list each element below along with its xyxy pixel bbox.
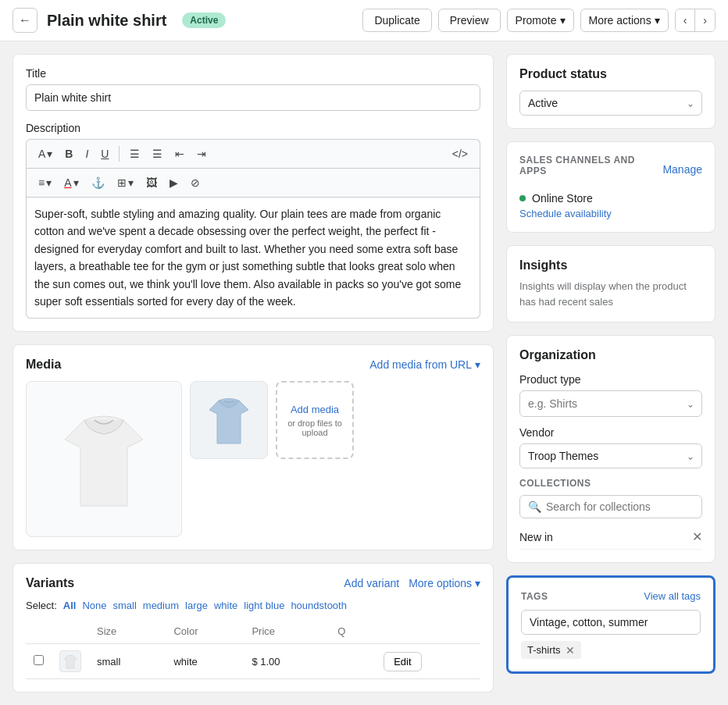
page-title: Plain white shirt xyxy=(47,12,166,30)
toolbar-video-button[interactable]: ▶ xyxy=(164,173,184,192)
left-column: Title Description A ▾ B I U ☰ ☰ xyxy=(12,54,494,693)
shirt-svg-large xyxy=(41,397,166,522)
media-header: Media Add media from URL ▾ xyxy=(26,358,480,372)
font-dropdown-icon: ▾ xyxy=(47,148,52,160)
row-color: white xyxy=(166,644,244,679)
toolbar-italic-button[interactable]: I xyxy=(80,144,94,163)
table-dropdown-icon: ▾ xyxy=(128,176,134,189)
title-label: Title xyxy=(26,67,480,80)
align-icon: ≡ xyxy=(38,176,45,189)
text-color-icon: A xyxy=(64,176,71,189)
view-all-tags-link[interactable]: View all tags xyxy=(644,590,701,602)
tags-input[interactable] xyxy=(521,610,701,635)
filter-medium[interactable]: medium xyxy=(143,600,179,611)
media-item-1[interactable] xyxy=(26,381,182,537)
filter-small[interactable]: small xyxy=(112,600,136,611)
status-select[interactable]: Active Draft Archived xyxy=(519,91,702,116)
filter-all[interactable]: All xyxy=(63,600,77,611)
media-item-2[interactable] xyxy=(190,381,268,459)
more-actions-dropdown-icon: ▾ xyxy=(655,14,660,27)
vendor-select-wrapper: Troop Themes xyxy=(519,443,702,468)
remove-tag-button[interactable]: ✕ xyxy=(566,645,575,656)
add-variant-link[interactable]: Add variant xyxy=(344,577,399,589)
row-price: $ 1.00 xyxy=(244,644,330,679)
toolbar-image-button[interactable]: 🖼 xyxy=(141,173,162,192)
product-status-card: Product status Active Draft Archived xyxy=(506,54,716,129)
channels-title: SALES CHANNELS AND APPS xyxy=(519,155,662,176)
nav-prev-button[interactable]: ‹ xyxy=(676,9,696,31)
toolbar-underline-button[interactable]: U xyxy=(95,144,114,163)
toolbar-indent-out-button[interactable]: ⇤ xyxy=(170,144,190,163)
filter-houndstooth[interactable]: houndstooth xyxy=(291,600,347,611)
image-icon: 🖼 xyxy=(146,176,157,189)
font-icon: A xyxy=(38,148,45,160)
indent-in-icon: ⇥ xyxy=(197,148,206,160)
collections-search-box: 🔍 xyxy=(519,495,702,518)
preview-button[interactable]: Preview xyxy=(438,9,501,32)
product-type-input[interactable] xyxy=(519,390,702,417)
title-input[interactable] xyxy=(26,84,480,111)
organization-title: Organization xyxy=(519,348,702,362)
header: ← Plain white shirt Active Duplicate Pre… xyxy=(0,0,728,41)
toolbar-code-button[interactable]: </> xyxy=(447,144,473,163)
color-dropdown-icon: ▾ xyxy=(73,176,79,189)
add-media-sublabel: or drop files to upload xyxy=(277,418,352,437)
toolbar-link-button[interactable]: ⚓ xyxy=(86,173,110,192)
variant-actions: Add variant More options ▾ xyxy=(344,577,480,589)
channels-header: SALES CHANNELS AND APPS Manage xyxy=(519,155,702,184)
align-dropdown-icon: ▾ xyxy=(46,176,52,189)
remove-collection-button[interactable]: ✕ xyxy=(692,529,702,544)
description-toolbar-row2: ≡ ▾ A ▾ ⚓ ⊞ ▾ 🖼 ▶ xyxy=(26,168,480,198)
col-color: Color xyxy=(166,619,244,644)
filter-large[interactable]: large xyxy=(185,600,208,611)
collections-search-input[interactable] xyxy=(546,500,694,513)
more-icon: ⊘ xyxy=(191,176,200,189)
back-button[interactable]: ← xyxy=(12,8,37,33)
table-icon: ⊞ xyxy=(117,176,127,189)
toolbar-table-button[interactable]: ⊞ ▾ xyxy=(112,173,139,192)
toolbar-more-button[interactable]: ⊘ xyxy=(185,173,205,192)
manage-link[interactable]: Manage xyxy=(662,163,702,176)
toolbar-ul-button[interactable]: ☰ xyxy=(124,144,145,163)
row-shirt-icon xyxy=(62,653,79,670)
toolbar-color-button[interactable]: A ▾ xyxy=(59,173,84,192)
vendor-select[interactable]: Troop Themes xyxy=(519,443,702,468)
tags-list: T-shirts ✕ xyxy=(521,641,701,659)
row-edit-button[interactable]: Edit xyxy=(384,652,421,671)
add-media-box[interactable]: Add media or drop files to upload xyxy=(276,381,354,459)
toolbar-ol-button[interactable]: ☰ xyxy=(147,144,168,163)
filter-light-blue[interactable]: light blue xyxy=(244,600,284,611)
description-text[interactable]: Super-soft, subtle styling and amazing q… xyxy=(26,198,480,319)
description-label: Description xyxy=(26,122,480,134)
toolbar-bold-button[interactable]: B xyxy=(59,144,78,163)
col-size: Size xyxy=(89,619,166,644)
more-actions-button[interactable]: More actions ▾ xyxy=(580,9,669,32)
vendor-label: Vendor xyxy=(519,426,702,439)
toolbar-indent-in-button[interactable]: ⇥ xyxy=(191,144,212,163)
sales-channels-card: SALES CHANNELS AND APPS Manage Online St… xyxy=(506,141,716,233)
collections-title: COLLECTIONS xyxy=(519,478,702,489)
nav-next-button[interactable]: › xyxy=(695,9,715,31)
add-media-url-link[interactable]: Add media from URL ▾ xyxy=(369,358,480,371)
col-thumb xyxy=(52,619,89,644)
product-type-select-wrapper xyxy=(519,390,702,417)
insights-card: Insights Insights will display when the … xyxy=(506,245,716,322)
toolbar-font-button[interactable]: A ▾ xyxy=(33,144,58,163)
filter-none[interactable]: None xyxy=(82,600,106,611)
variants-header: Variants Add variant More options ▾ xyxy=(26,576,480,590)
ordered-list-icon: ☰ xyxy=(152,148,162,160)
row-thumbnail xyxy=(59,650,81,672)
channel-row: Online Store xyxy=(519,192,702,205)
toolbar-align-button[interactable]: ≡ ▾ xyxy=(33,173,57,192)
tag-item: T-shirts ✕ xyxy=(521,641,581,659)
duplicate-button[interactable]: Duplicate xyxy=(362,9,431,32)
tags-card: TAGS View all tags T-shirts ✕ xyxy=(506,575,716,674)
tags-title: TAGS xyxy=(521,591,548,602)
promote-button[interactable]: Promote ▾ xyxy=(507,9,574,32)
more-options-link[interactable]: More options ▾ xyxy=(409,577,480,589)
row-checkbox[interactable] xyxy=(34,655,44,665)
collection-item: New in ✕ xyxy=(519,525,702,550)
filter-white[interactable]: white xyxy=(214,600,237,611)
schedule-link[interactable]: Schedule availability xyxy=(519,208,702,219)
variants-card: Variants Add variant More options ▾ Sele… xyxy=(12,563,494,693)
